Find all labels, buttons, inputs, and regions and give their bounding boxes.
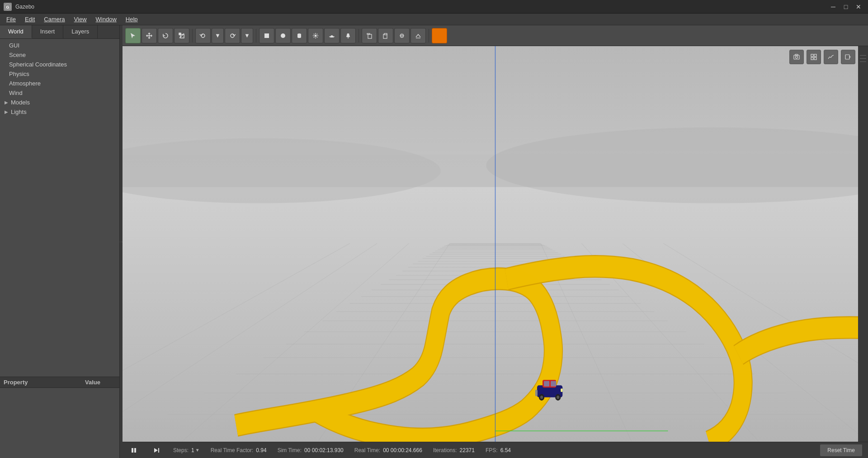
lights-arrow: ▶ <box>5 109 9 114</box>
translate-tool-btn[interactable] <box>142 28 157 43</box>
svg-rect-83 <box>544 381 549 387</box>
svg-marker-23 <box>346 33 350 37</box>
svg-rect-102 <box>132 448 133 453</box>
grid-btn[interactable] <box>807 50 821 64</box>
redo-dropdown[interactable]: ▼ <box>241 28 253 43</box>
menu-edit[interactable]: Edit <box>20 15 39 24</box>
steps-stepper[interactable]: 1 ▼ <box>191 447 200 453</box>
statusbar: Steps: 1 ▼ Real Time Factor: 0.94 Sim Ti… <box>123 442 868 458</box>
property-panel: Property Value <box>0 377 119 458</box>
menu-file[interactable]: File <box>2 15 20 24</box>
snap-btn[interactable] <box>410 28 426 43</box>
box-btn[interactable] <box>259 28 274 43</box>
reset-time-btn[interactable]: Reset Time <box>820 444 863 457</box>
svg-point-8 <box>281 33 285 38</box>
svg-rect-105 <box>158 448 159 453</box>
align-btn[interactable] <box>394 28 410 43</box>
tab-world[interactable]: World <box>0 25 32 38</box>
property-header: Property Value <box>0 377 119 388</box>
iterations-value: 22371 <box>460 447 475 453</box>
undo-dropdown[interactable]: ▼ <box>212 28 224 43</box>
menubar: File Edit Camera View Window Help <box>0 14 868 25</box>
fps-label: FPS: <box>486 447 498 453</box>
fps-group: FPS: 6.54 <box>486 447 511 453</box>
svg-point-94 <box>796 56 798 58</box>
rtf-group: Real Time Factor: 0.94 <box>211 447 267 453</box>
svg-rect-89 <box>561 389 562 392</box>
sep2 <box>256 29 256 42</box>
menu-view[interactable]: View <box>70 15 91 24</box>
svg-marker-104 <box>154 448 158 453</box>
svg-marker-101 <box>849 56 851 58</box>
svg-point-12 <box>314 34 316 37</box>
tree-item-atmosphere[interactable]: Atmosphere <box>0 79 119 88</box>
next-step-btn[interactable] <box>151 444 162 456</box>
svg-point-11 <box>297 36 301 38</box>
screenshot-btn[interactable] <box>789 50 804 64</box>
toolbar: ▼ ▼ <box>123 25 868 46</box>
menu-help[interactable]: Help <box>121 15 142 24</box>
tab-insert[interactable]: Insert <box>32 25 64 38</box>
svg-point-88 <box>557 396 559 399</box>
right-strip <box>858 46 868 442</box>
pointlight-btn[interactable] <box>308 28 323 43</box>
svg-rect-6 <box>179 33 181 35</box>
color-btn[interactable] <box>432 28 447 43</box>
svg-rect-27 <box>384 33 387 35</box>
titlebar: G Gazebo ─ □ ✕ <box>0 0 868 14</box>
tab-layers[interactable]: Layers <box>63 25 98 38</box>
tree-item-lights[interactable]: ▶ Lights <box>0 107 119 117</box>
rotate-tool-btn[interactable] <box>158 28 173 43</box>
rtf-label: Real Time Factor: <box>211 447 254 453</box>
realtime-group: Real Time: 00 00:00:24.666 <box>354 447 422 453</box>
svg-line-17 <box>314 33 314 34</box>
svg-rect-99 <box>814 57 816 60</box>
models-arrow: ▶ <box>5 100 9 105</box>
simtime-label: Sim Time: <box>278 447 302 453</box>
rtf-value: 0.94 <box>256 447 266 453</box>
maximize-btn[interactable]: □ <box>840 2 852 12</box>
realtime-label: Real Time: <box>354 447 380 453</box>
copy-btn[interactable] <box>362 28 377 43</box>
viewport-controls <box>789 50 855 64</box>
svg-line-18 <box>317 37 317 37</box>
plot-btn[interactable] <box>824 50 838 64</box>
menu-window[interactable]: Window <box>91 15 121 24</box>
steps-down-arrow[interactable]: ▼ <box>195 448 200 453</box>
spotlight-btn[interactable] <box>340 28 356 43</box>
svg-line-20 <box>314 37 314 37</box>
strip-line-1 <box>860 55 866 56</box>
cylinder-btn[interactable] <box>292 28 307 43</box>
svg-text:G: G <box>6 5 9 9</box>
pause-btn[interactable] <box>128 444 140 456</box>
iterations-group: Iterations: 22371 <box>433 447 475 453</box>
minimize-btn[interactable]: ─ <box>827 2 839 12</box>
redo-btn[interactable] <box>225 28 240 43</box>
close-btn[interactable]: ✕ <box>853 2 864 12</box>
tree-item-gui[interactable]: GUI <box>0 41 119 50</box>
steps-value: 1 <box>191 447 194 453</box>
select-tool-btn[interactable] <box>125 28 141 43</box>
left-panel: World Insert Layers GUI Scene Spherical … <box>0 25 120 458</box>
record-btn[interactable] <box>841 50 855 64</box>
app-icon: G <box>4 3 12 11</box>
tree-item-spherical-coords[interactable]: Spherical Coordinates <box>0 60 119 69</box>
sunlight-btn[interactable] <box>324 28 340 43</box>
undo-btn[interactable] <box>195 28 211 43</box>
tree-item-physics[interactable]: Physics <box>0 69 119 79</box>
scale-tool-btn[interactable] <box>174 28 189 43</box>
sphere-btn[interactable] <box>275 28 291 43</box>
paste-btn[interactable] <box>378 28 393 43</box>
scene-svg <box>123 46 868 442</box>
svg-rect-96 <box>811 54 813 57</box>
strip-line-3 <box>860 61 866 62</box>
viewport[interactable] <box>123 46 868 442</box>
tree-item-wind[interactable]: Wind <box>0 88 119 98</box>
tree-item-models[interactable]: ▶ Models <box>0 98 119 107</box>
property-col-label: Property <box>4 379 58 386</box>
svg-rect-90 <box>535 390 538 396</box>
app-title: Gazebo <box>15 4 34 10</box>
svg-rect-7 <box>264 33 269 38</box>
tree-item-scene[interactable]: Scene <box>0 50 119 60</box>
menu-camera[interactable]: Camera <box>39 15 69 24</box>
